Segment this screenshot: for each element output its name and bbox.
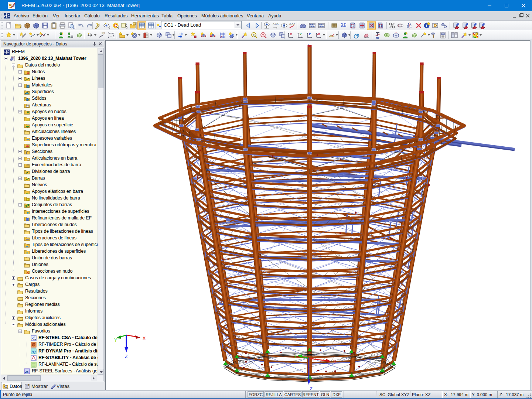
svg-text:Z: Z (125, 354, 128, 359)
svg-text:CSA: CSA (32, 338, 37, 341)
svg-text:X: X (143, 336, 146, 341)
svg-text:Z: Z (309, 33, 311, 36)
svg-text:-X: -X (317, 33, 320, 36)
svg-text:X.XX: X.XX (273, 23, 279, 25)
svg-text:Y: Y (294, 354, 297, 358)
svg-text:X.XX: X.XX (289, 23, 295, 25)
svg-text:Z: Z (310, 386, 313, 390)
svg-text:Y: Y (300, 33, 302, 36)
svg-text:5: 5 (9, 3, 12, 9)
svg-text:±: ± (125, 22, 127, 25)
svg-text:i: i (426, 23, 427, 28)
svg-text:X: X (290, 33, 292, 36)
svg-text:XX: XX (102, 32, 105, 34)
svg-text:X: X (333, 359, 336, 364)
svg-text:Y: Y (114, 338, 117, 343)
svg-text:Q: Q (253, 33, 256, 37)
